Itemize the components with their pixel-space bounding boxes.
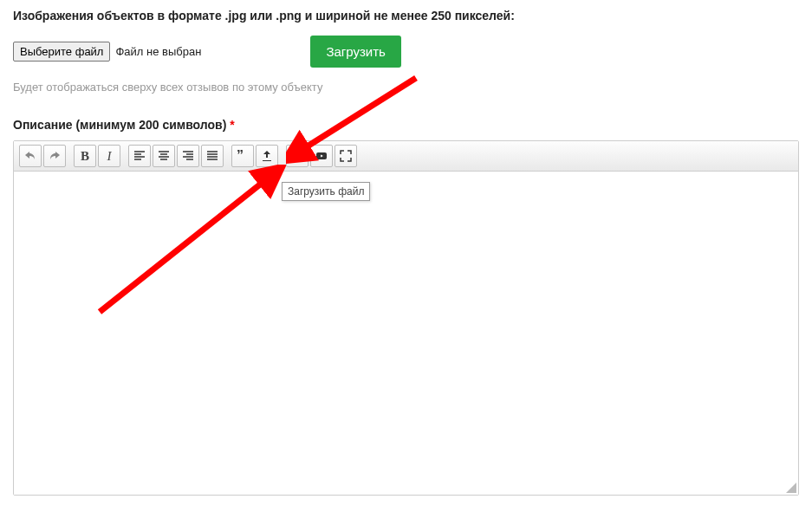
align-right-button[interactable] xyxy=(177,145,199,167)
svg-text:”: ” xyxy=(237,149,244,163)
description-label: Описание (минимум 200 символов) * xyxy=(13,118,799,132)
editor-body xyxy=(14,172,798,495)
upload-button[interactable]: Загрузить xyxy=(310,36,401,68)
quote-button[interactable]: ” xyxy=(231,145,254,167)
redo-icon xyxy=(48,149,62,163)
align-center-button[interactable] xyxy=(153,145,175,167)
resize-handle[interactable] xyxy=(786,483,796,493)
italic-icon: I xyxy=(107,149,112,164)
undo-button[interactable] xyxy=(19,145,42,167)
toolbar-insert-group: ” xyxy=(231,145,278,167)
description-textarea[interactable] xyxy=(14,172,798,492)
editor-toolbar: B I xyxy=(14,141,798,172)
description-label-text: Описание (минимум 200 символов) xyxy=(13,118,226,132)
bold-icon: B xyxy=(81,149,89,164)
video-button[interactable] xyxy=(310,145,333,167)
align-right-icon xyxy=(181,149,195,163)
align-left-icon xyxy=(133,149,146,163)
video-icon xyxy=(315,149,328,163)
fullscreen-button[interactable] xyxy=(335,145,357,167)
align-center-icon xyxy=(157,149,171,163)
align-justify-icon xyxy=(205,149,219,163)
svg-point-1 xyxy=(292,151,302,161)
undo-icon xyxy=(23,149,37,163)
file-status-text: Файл не выбран xyxy=(115,45,201,58)
required-marker: * xyxy=(230,118,234,132)
bold-button[interactable]: B xyxy=(74,145,96,167)
toolbar-media-group xyxy=(286,145,357,167)
upload-file-button[interactable] xyxy=(256,145,278,167)
align-left-button[interactable] xyxy=(128,145,151,167)
upload-file-tooltip: Загрузить файл xyxy=(282,182,370,201)
svg-point-2 xyxy=(295,154,296,156)
quote-icon: ” xyxy=(236,149,250,163)
toolbar-format-group: B I xyxy=(74,145,120,167)
rich-text-editor: B I xyxy=(13,140,799,496)
choose-file-button[interactable]: Выберите файл xyxy=(13,42,110,62)
images-hint: Будет отображаться сверху всех отзывов п… xyxy=(13,81,799,94)
italic-button[interactable]: I xyxy=(98,145,120,167)
align-justify-button[interactable] xyxy=(201,145,224,167)
emoji-icon xyxy=(290,149,304,163)
emoji-button[interactable] xyxy=(286,145,309,167)
file-upload-row: Выберите файл Файл не выбран Загрузить xyxy=(13,36,799,68)
svg-point-3 xyxy=(299,154,301,156)
redo-button[interactable] xyxy=(43,145,66,167)
toolbar-history-group xyxy=(19,145,66,167)
images-section-label: Изображения объектов в формате .jpg или … xyxy=(13,9,799,23)
toolbar-align-group xyxy=(128,145,224,167)
fullscreen-icon xyxy=(339,149,353,163)
upload-file-icon xyxy=(260,149,274,163)
